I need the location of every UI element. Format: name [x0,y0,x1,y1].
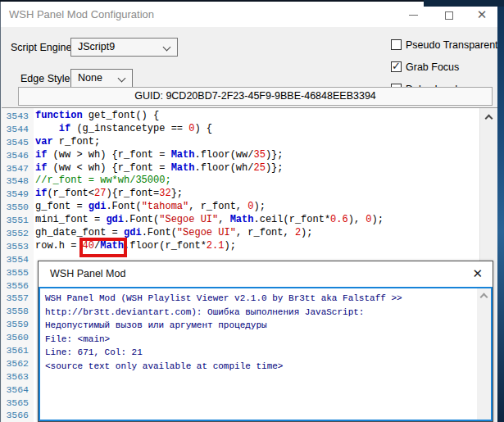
scroll-up-icon [480,293,488,302]
error-text-line: <source text only available at compile t… [45,360,486,374]
line-number: 3545 [2,136,34,149]
line-number: 3544 [2,123,34,136]
code-line: if (ww > wh) {r_font = Math.floor(ww/35)… [35,149,479,162]
checkbox-label: Pseudo Transparent [406,39,498,51]
error-dialog-title: WSH Panel Mod [50,268,125,279]
script-engine-combobox[interactable]: JScript9 [70,38,178,57]
close-icon: ✕ [472,266,483,280]
code-line: g_font = gdi.Font("tahoma", r_font, 0); [35,201,479,214]
code-line: if (g_instancetype == 0) { [35,123,479,136]
error-dialog: WSH Panel Mod ✕ WSH Panel Mod (WSH Playl… [38,261,493,422]
line-number: 3560 [2,331,34,344]
code-line: function get_font() { [35,110,479,123]
error-dialog-close-button[interactable]: ✕ [472,266,483,281]
line-number: 3549 [2,188,34,201]
line-number: 3554 [2,253,34,266]
error-text-line: Line: 671, Col: 21 [45,346,486,360]
error-text-line: http://br3tt.deviantart.com): Ошибка вып… [45,306,486,320]
line-number: 3559 [2,318,34,331]
desktop-edge-right [497,0,504,422]
line-number-margin: 3543354435453546354735483549355035513552… [2,108,34,422]
error-highlight-annotation [79,238,127,257]
line-number: 3557 [2,292,34,305]
code-line: if(r_font<27){r_font=32}; [35,188,479,201]
minimize-icon [409,15,418,16]
code-line: //r_font = ww*wh/35000; [35,175,479,188]
minimize-button[interactable] [400,2,426,27]
script-engine-value: JScript9 [78,41,115,52]
chevron-down-icon [163,43,171,52]
error-dialog-title-bar[interactable]: WSH Panel Mod ✕ [39,261,493,287]
desktop-edge-corner [424,0,504,7]
line-number: 3550 [2,201,34,214]
line-number: 3563 [2,370,34,383]
checkbox-icon [391,39,402,50]
edge-style-combobox[interactable]: None [70,69,133,88]
window-title: WSH Panel Mod Configuration [9,8,154,20]
code-line: var r_font; [35,136,479,149]
checkbox-label: Grab Focus [406,61,459,73]
line-number: 3547 [2,162,34,175]
close-icon: ✕ [477,7,488,21]
line-number: 3566 [2,409,34,422]
guid-button[interactable]: GUID: 9CD20BD7-2F23-45F9-9BBE-46848EEB33… [18,87,493,106]
error-text-line: Недопустимый вызов или аргумент процедур… [45,319,486,333]
edge-style-label: Edge Style: [20,73,73,84]
line-number: 3548 [2,175,34,188]
line-number: 3555 [2,266,34,279]
error-text-line: WSH Panel Mod (WSH Playlist Viewer v2.1.… [45,292,486,306]
scroll-up-icon [485,115,493,123]
edge-style-value: None [78,72,102,84]
maximize-icon [445,11,453,20]
line-number: 3561 [2,344,34,357]
script-engine-label: Script Engine: [11,42,75,53]
line-number: 3543 [2,110,34,123]
error-dialog-scrollbar[interactable] [477,288,491,420]
line-number: 3556 [2,279,34,293]
chevron-down-icon [118,75,126,83]
code-line: if (ww < wh) {r_font = Math.floor(wh/25)… [35,162,479,175]
line-number: 3553 [2,240,34,253]
checkbox-pseudo-transparent[interactable]: Pseudo Transparent [391,37,498,50]
checkbox-icon [391,61,402,72]
line-number: 3552 [2,227,34,240]
error-text-line: File: <main> [45,333,486,347]
line-number: 3562 [2,357,34,370]
config-window: WSH Panel Mod Configuration ✕ Script Eng… [0,2,497,422]
line-number: 3558 [2,305,34,318]
line-number: 3564 [2,383,34,397]
checkbox-grab-focus[interactable]: Grab Focus [391,59,459,72]
line-number: 3565 [2,397,34,410]
line-number: 3546 [2,149,34,162]
error-dialog-text[interactable]: WSH Panel Mod (WSH Playlist Viewer v2.1.… [39,287,493,421]
line-number: 3551 [2,214,34,227]
code-line: mini_font = gdi.Font("Segoe UI", Math.ce… [35,214,479,227]
